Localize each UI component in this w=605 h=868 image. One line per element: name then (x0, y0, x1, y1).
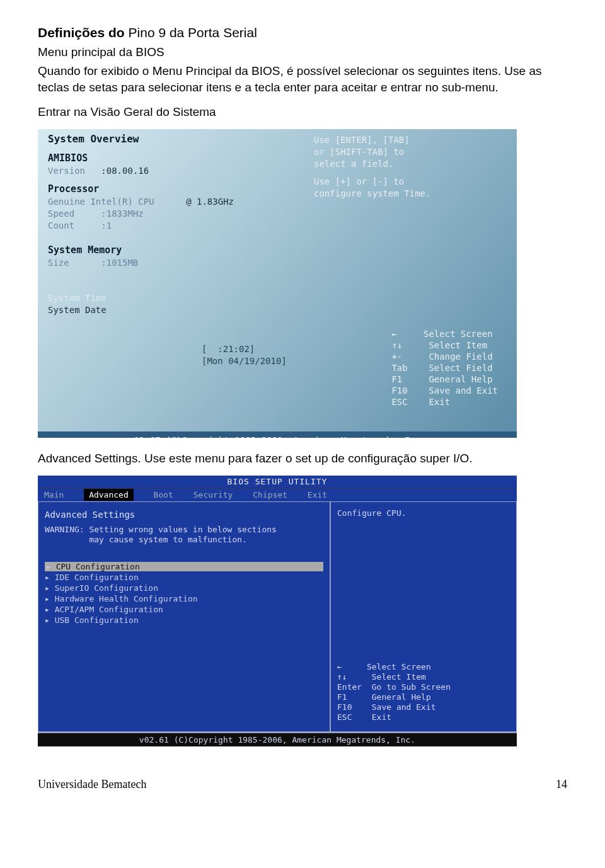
nav2-5: F10 Save and Exit (337, 702, 510, 712)
count-value: :1 (101, 220, 112, 231)
bios2-footer: v02.61 (C)Copyright 1985-2006, American … (38, 732, 517, 746)
date-value[interactable]: [Mon 04/19/2010] (202, 356, 287, 366)
size-label: Size (48, 258, 69, 268)
mem-label: System Memory (48, 244, 300, 256)
version-value: :08.00.16 (101, 166, 149, 176)
warn-2: may cause system to malfunction. (89, 535, 246, 544)
footer-left: Universidade Bematech (38, 778, 146, 791)
help-4: Use [+] or [-] to (314, 176, 503, 186)
section-title: Advanced Settings (45, 510, 323, 520)
nav-1: ← Select Screen (391, 329, 498, 339)
menu-superio-config[interactable]: ▸ SuperIO Configuration (45, 583, 323, 593)
nav-4: Tab Select Field (391, 363, 498, 373)
paragraph-1: Quando for exibido o Menu Principal da B… (38, 63, 567, 95)
count-label: Count (48, 220, 74, 231)
speed-value: :1833MHz (101, 208, 143, 219)
time-label: System Time (48, 293, 107, 303)
bios1-title: System Overview (48, 133, 300, 145)
speed-label: Speed (48, 208, 74, 219)
nav2-2: ↑↓ Select Item (337, 672, 510, 682)
footer-right: 14 (556, 778, 567, 791)
tab-security[interactable]: Security (193, 490, 233, 500)
nav2-4: F1 General Help (337, 692, 510, 702)
nav-3: +- Change Field (391, 351, 498, 362)
version-label: Version (48, 166, 85, 176)
date-label: System Date (48, 305, 107, 315)
side-hint: Configure CPU. (337, 508, 510, 518)
bios1-footer: v02.67 (C)Copyright 1985-2009, American … (38, 431, 517, 438)
size-value: :1015MB (101, 258, 138, 268)
nav-7: ESC Exit (391, 397, 498, 407)
menu-cpu-config[interactable]: ▸ CPU Configuration (45, 562, 323, 571)
page-heading: Definições do Pino 9 da Porta Serial (38, 25, 567, 40)
tab-chipset[interactable]: Chipset (253, 490, 287, 500)
warn-1: Setting wrong values in below sections (89, 525, 276, 534)
advanced-text: Advanced Settings. Use este menu para fa… (38, 450, 567, 467)
bios2-menubar[interactable]: Main Advanced Boot Security Chipset Exit (38, 488, 517, 501)
nav2-3: Enter Go to Sub Screen (337, 682, 510, 692)
nav-2: ↑↓ Select Item (391, 340, 498, 350)
tab-main[interactable]: Main (44, 490, 64, 500)
proc-freq: @ 1.83GHz (186, 197, 234, 207)
warn-label: WARNING: (45, 525, 84, 534)
nav2-6: ESC Exit (337, 712, 510, 722)
proc-name: Genuine Intel(R) CPU (48, 197, 154, 207)
help-2: or [SHIFT-TAB] to (314, 147, 503, 157)
nav-6: F10 Save and Exit (391, 385, 498, 396)
time-value[interactable]: [ :21:02] (202, 344, 287, 354)
help-5: configure system Time. (314, 188, 503, 198)
paragraph-2: Entrar na Visão Geral do Sistema (38, 104, 567, 120)
proc-label: Processor (48, 183, 300, 195)
menu-line: Menu principal da BIOS (38, 45, 567, 59)
menu-hardware-health[interactable]: ▸ Hardware Health Configuration (45, 594, 323, 603)
help-3: select a field. (314, 159, 503, 169)
tab-boot[interactable]: Boot (154, 490, 173, 500)
bios-advanced-screenshot: BIOS SETUP UTILITY Main Advanced Boot Se… (38, 476, 517, 746)
bios2-title: BIOS SETUP UTILITY (38, 476, 517, 488)
heading-bold: Definições do (38, 25, 129, 40)
menu-ide-config[interactable]: ▸ IDE Configuration (45, 573, 323, 582)
tab-advanced[interactable]: Advanced (84, 489, 134, 501)
nav2-1: ← Select Screen (337, 662, 510, 671)
bios-overview-screenshot: System Overview AMIBIOS Version :08.00.1… (38, 129, 517, 438)
ami-label: AMIBIOS (48, 152, 300, 164)
menu-usb-config[interactable]: ▸ USB Configuration (45, 615, 323, 625)
heading-rest: Pino 9 da Porta Serial (129, 25, 257, 40)
tab-exit[interactable]: Exit (308, 490, 327, 500)
help-1: Use [ENTER], [TAB] (314, 135, 503, 145)
menu-acpi-apm[interactable]: ▸ ACPI/APM Configuration (45, 605, 323, 614)
nav-5: F1 General Help (391, 374, 498, 384)
